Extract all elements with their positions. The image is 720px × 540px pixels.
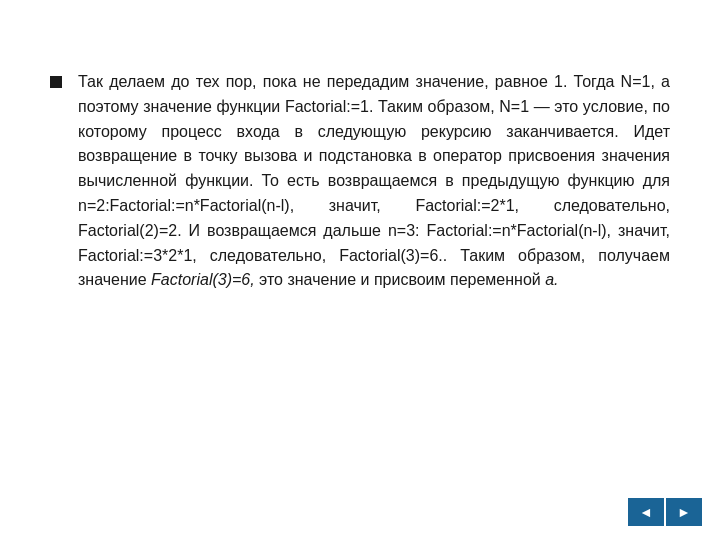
italic-variable: а. — [545, 271, 558, 288]
italic-factorial: Factorial(3)=6, — [151, 271, 255, 288]
next-button[interactable]: ► — [666, 498, 702, 526]
prev-button[interactable]: ◄ — [628, 498, 664, 526]
slide-container: Так делаем до тех пор, пока не передадим… — [0, 0, 720, 540]
paragraph-text: Так делаем до тех пор, пока не передадим… — [78, 73, 670, 288]
main-text-block: Так делаем до тех пор, пока не передадим… — [78, 70, 670, 293]
navigation-buttons: ◄ ► — [628, 498, 702, 526]
content-area: Так делаем до тех пор, пока не передадим… — [50, 70, 670, 293]
bullet-icon — [50, 76, 62, 88]
